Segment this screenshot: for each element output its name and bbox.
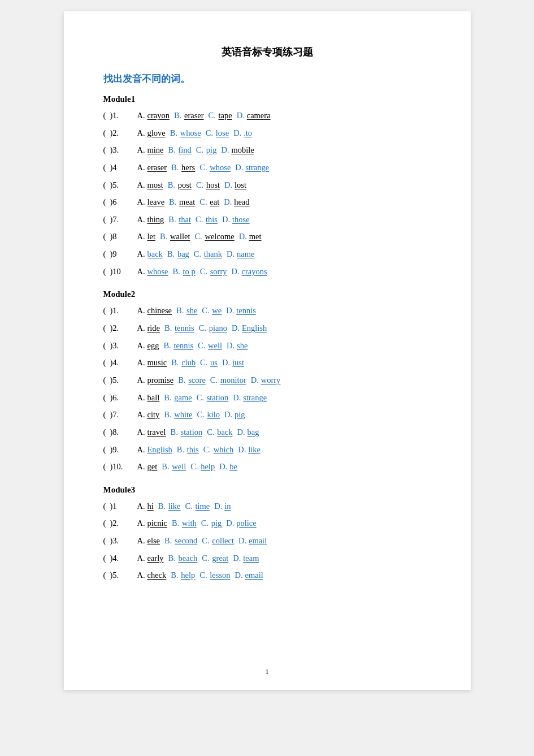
option-word: ride [147,321,160,335]
option: B.eraser [174,109,204,123]
option-word: to p [183,265,196,279]
option: C.time [185,499,210,513]
option-word: glove [147,126,166,140]
option-word: egg [147,339,159,353]
option-label: B. [163,339,172,353]
option: A.early [137,551,164,565]
option: B.she [176,304,197,318]
question-number: )5. [110,373,137,387]
option: C.which [203,443,233,457]
option-word: well [172,460,186,474]
question-row: ()10A.whoseB.to pC.sorryD.crayons [103,265,431,279]
question-row: ()4.A.earlyB.beachC.greatD.team [103,551,431,565]
option-label: D. [233,551,242,565]
option-word: check [147,568,167,582]
option-label: B. [176,304,185,318]
option-word: head [234,195,249,209]
option: B.score [178,373,206,387]
option-word: help [181,568,195,582]
option-label: B. [169,195,178,209]
option-word: camera [247,109,271,123]
paren-left: ( [103,178,110,192]
option: B.club [171,356,196,370]
option-word: strange [245,161,269,175]
options-container: A.earlyB.beachC.greatD.team [137,551,431,565]
option-word: sorry [210,265,227,279]
paren-left: ( [103,126,110,140]
option-word: worry [261,373,281,387]
option-label: D. [238,534,248,548]
option-label: D. [235,568,244,582]
option-label: B. [171,425,180,439]
option-label: C. [200,265,209,279]
option-word: city [147,408,160,422]
option-label: D. [237,425,246,439]
option: C.us [200,356,218,370]
option: C.eat [199,195,219,209]
option-label: D. [235,161,244,175]
option: D.strange [235,161,269,175]
option-label: D. [222,213,231,227]
option-label: A. [137,213,146,227]
main-title: 英语音标专项练习题 [103,45,431,59]
options-container: A.travelB.stationC.backD.bag [137,425,431,439]
question-number: )4 [110,161,137,175]
option-label: B. [164,534,173,548]
option-label: A. [137,339,146,353]
option-label: D. [227,339,236,353]
option-label: A. [137,195,146,209]
question-number: )8 [110,230,137,244]
option: A.egg [137,339,159,353]
paren-left: ( [103,425,110,439]
question-row: ()7.A.thingB.thatC.thisD.those [103,213,431,227]
paren-left: ( [103,265,110,279]
option: B.this [177,443,199,457]
option-word: pig [206,143,217,157]
option-word: wallet [170,230,190,244]
option-word: lose [216,126,229,140]
option-label: C. [199,161,209,175]
option-word: tennis [173,339,193,353]
option-label: B. [160,230,169,244]
option-word: back [217,425,232,439]
option-word: eat [210,195,219,209]
option: C.help [190,460,215,474]
option: C.lose [206,126,229,140]
paren-left: ( [103,408,110,422]
option-label: C. [196,143,205,157]
question-row: ()9A.backB.bagC.thankD.name [103,247,431,261]
option-label: A. [137,551,146,565]
paren-left: ( [103,373,110,387]
option-word: like [248,443,261,457]
option: A.ride [137,321,160,335]
options-container: A.picnicB.withC.pigD.police [137,516,431,530]
option-word: bag [177,247,189,261]
question-row: ()4A.eraserB.hersC.whoseD.strange [103,161,431,175]
option-label: B. [171,356,180,370]
option: A.promise [137,373,174,387]
option: A.music [137,356,167,370]
option-word: English [147,443,172,457]
option-label: B. [173,265,182,279]
option-word: in [224,499,231,513]
question-row: ()1.A.chineseB.sheC.weD.tennis [103,304,431,318]
option-label: B. [162,460,171,474]
options-container: A.cityB.whiteC.kiloD.pig [137,408,431,422]
option: A.whose [137,265,168,279]
option-word: tape [219,109,232,123]
option: B.like [158,499,181,513]
option-word: she [237,339,248,353]
option-word: she [186,304,197,318]
option-label: A. [137,109,146,123]
option-word: tennis [175,321,194,335]
option-word: thank [204,247,222,261]
option-label: D. [221,143,230,157]
option-word: host [206,178,220,192]
option: D.strange [233,391,267,405]
option-word: English [242,321,267,335]
question-row: ()6.A.ballB.gameC.stationD.strange [103,391,431,405]
option-label: B. [171,568,180,582]
option-word: station [207,391,229,405]
paren-left: ( [103,143,110,157]
module-title-2: Module3 [103,485,431,495]
